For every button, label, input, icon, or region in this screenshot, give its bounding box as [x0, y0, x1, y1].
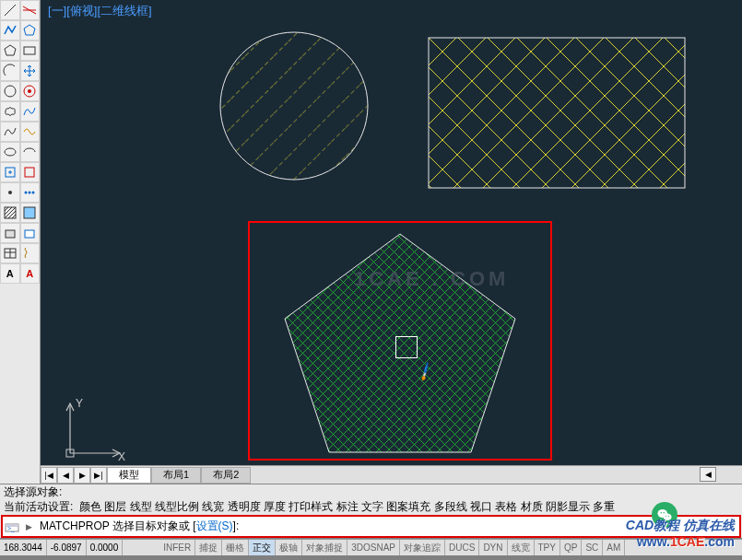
svg-point-14 — [29, 192, 31, 194]
svg-point-8 — [28, 89, 31, 93]
ucs-y-label: Y — [76, 398, 83, 410]
svg-point-12 — [8, 191, 12, 194]
svg-point-9 — [5, 148, 16, 156]
tool-region[interactable] — [0, 223, 20, 243]
svg-rect-23 — [6, 230, 15, 238]
status-ortho[interactable]: 正交 — [249, 540, 276, 555]
hatched-circle-object[interactable] — [216, 28, 372, 184]
tool-spline2[interactable] — [20, 122, 41, 142]
overlay-badge-text: CAD教程 仿真在线 — [626, 518, 735, 534]
status-infer[interactable]: INFER — [159, 540, 195, 555]
layout-tab-bar: |◀ ◀ ▶ ▶| 模型 布局1 布局2 ◀ — [41, 465, 742, 484]
tool-donut[interactable] — [20, 81, 41, 101]
tool-earc[interactable] — [20, 142, 41, 162]
tool-spline[interactable] — [0, 122, 20, 142]
tool-grad[interactable] — [20, 203, 41, 223]
command-expand-icon[interactable]: ▶ — [21, 522, 36, 531]
svg-rect-24 — [25, 230, 34, 238]
svg-point-45 — [668, 516, 669, 517]
ucs-x-label: X — [118, 450, 125, 463]
status-osnap[interactable]: 对象捕捉 — [302, 540, 347, 555]
svg-marker-4 — [5, 45, 16, 55]
hatched-rectangle-object[interactable] — [428, 37, 686, 189]
command-prompt-icon: >_ — [3, 518, 21, 536]
command-history-line1: 选择源对象: — [0, 484, 742, 499]
tool-text-a[interactable]: A — [20, 263, 41, 284]
tool-wipeout[interactable] — [20, 223, 41, 243]
status-coord-y[interactable]: -6.0897 — [47, 540, 87, 555]
tab-layout2[interactable]: 布局2 — [201, 467, 251, 484]
tool-helix[interactable] — [20, 243, 41, 263]
svg-line-17 — [5, 207, 8, 211]
tool-revcloud[interactable] — [0, 101, 20, 122]
hscroll-left-icon[interactable]: ◀ — [700, 467, 716, 482]
status-bar: 168.3044 -6.0897 0.0000 INFER 捕捉 栅格 正交 极… — [0, 539, 742, 555]
tool-block[interactable] — [20, 162, 41, 182]
status-grid[interactable]: 栅格 — [222, 540, 249, 555]
status-coord-z[interactable]: 0.0000 — [87, 540, 124, 555]
tool-arc[interactable] — [0, 61, 20, 81]
status-lwt[interactable]: 线宽 — [508, 540, 535, 555]
tool-table[interactable] — [0, 243, 20, 263]
tool-rect[interactable] — [20, 41, 41, 61]
svg-rect-5 — [24, 47, 35, 54]
svg-text:>_: >_ — [7, 525, 15, 532]
drawing-canvas[interactable]: [一][俯视][二维线框] — [41, 0, 742, 484]
svg-point-42 — [661, 512, 663, 514]
tab-layout1[interactable]: 布局1 — [151, 467, 201, 484]
status-qp[interactable]: QP — [560, 540, 582, 555]
status-3dosnap[interactable]: 3DOSNAP — [347, 540, 400, 555]
svg-rect-22 — [24, 207, 35, 218]
tool-point[interactable] — [0, 182, 20, 203]
svg-rect-32 — [429, 38, 685, 188]
status-ducs[interactable]: DUCS — [445, 540, 479, 555]
status-am[interactable]: AM — [603, 540, 625, 555]
svg-point-15 — [32, 192, 35, 194]
overlay-url-text: www.1CAE.com — [637, 534, 735, 549]
svg-point-13 — [25, 192, 28, 194]
svg-marker-3 — [24, 25, 35, 35]
status-tpy[interactable]: TPY — [535, 540, 560, 555]
tab-nav-prev[interactable]: ◀ — [57, 467, 74, 484]
tool-circle[interactable] — [0, 81, 20, 101]
tool-xline[interactable] — [20, 0, 41, 20]
status-coord-x[interactable]: 168.3044 — [0, 540, 47, 555]
svg-line-20 — [8, 211, 16, 218]
tab-model[interactable]: 模型 — [107, 467, 151, 484]
tool-ellipse[interactable] — [0, 142, 20, 162]
svg-rect-11 — [25, 168, 34, 177]
tool-spline-fit[interactable] — [20, 101, 41, 122]
tool-pline[interactable] — [0, 20, 20, 41]
tab-nav-last[interactable]: ▶| — [90, 467, 107, 484]
svg-line-21 — [12, 215, 16, 218]
draw-toolbar: AA — [0, 0, 41, 484]
pick-cursor-icon — [395, 336, 418, 358]
tool-hatch[interactable] — [0, 203, 20, 223]
tool-polygon-tool[interactable] — [20, 20, 41, 41]
svg-point-43 — [664, 512, 665, 514]
ucs-icon[interactable]: Y X — [59, 398, 125, 467]
svg-point-6 — [5, 86, 16, 97]
tool-line[interactable] — [0, 0, 20, 20]
svg-line-18 — [5, 207, 12, 215]
tool-move[interactable] — [20, 61, 41, 81]
command-history-line2: 当前活动设置: 颜色 图层 线型 线型比例 线宽 透明度 厚度 打印样式 标注 … — [0, 499, 742, 514]
tab-nav-next[interactable]: ▶ — [74, 467, 90, 484]
status-dyn[interactable]: DYN — [479, 540, 507, 555]
svg-point-44 — [665, 516, 666, 517]
tool-insert[interactable] — [0, 162, 20, 182]
viewport-label[interactable]: [一][俯视][二维线框] — [48, 3, 152, 19]
status-sc[interactable]: SC — [582, 540, 603, 555]
tab-nav-first[interactable]: |◀ — [41, 467, 57, 484]
svg-point-30 — [220, 32, 368, 180]
tool-mtext[interactable]: A — [0, 263, 20, 284]
status-snap[interactable]: 捕捉 — [195, 540, 222, 555]
watermark-text: 1CAE . COM — [354, 267, 509, 291]
svg-line-0 — [5, 5, 16, 16]
tool-divide[interactable] — [20, 182, 41, 203]
status-polar[interactable]: 极轴 — [276, 540, 302, 555]
tool-polygon[interactable] — [0, 41, 20, 61]
status-otrack[interactable]: 对象追踪 — [400, 540, 445, 555]
